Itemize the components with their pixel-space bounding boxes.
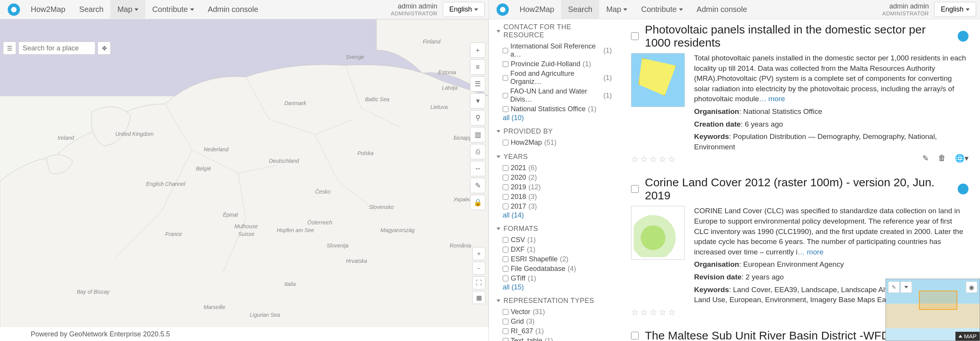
lock-icon[interactable]: 🔒 (470, 195, 485, 210)
facet-item[interactable]: Grid (3) (497, 317, 612, 326)
facet-item[interactable]: RI_637 (1) (497, 326, 612, 336)
facet-item[interactable]: International Soil Reference a… (1) (497, 42, 612, 59)
facet-item[interactable]: 2021 (6) (497, 163, 612, 173)
result-title[interactable]: Photovoltaic panels installed in the dom… (645, 23, 952, 49)
basemap-icon[interactable]: ▥ (470, 127, 485, 142)
nav-map[interactable]: Map (599, 0, 634, 19)
brand-logo-icon[interactable] (8, 3, 20, 16)
facet-checkbox[interactable] (503, 319, 508, 324)
facet-item[interactable]: Food and Agriculture Organiz… (1) (497, 69, 612, 87)
minimap-expand-button[interactable]: MAP (955, 332, 980, 341)
facet-checkbox[interactable] (503, 256, 508, 262)
facet-checkbox[interactable] (503, 309, 508, 315)
zoom-out-icon[interactable]: － (472, 262, 485, 275)
facet-checkbox[interactable] (503, 165, 508, 171)
nav-contribute[interactable]: Contribute (634, 0, 689, 19)
map-canvas[interactable]: ☰ ✥ ＋ ≡ ☰ ▾ ⚲ ▥ ⎙ ↔ ✎ 🔒 ＋ － ⛶ ▦ (0, 19, 488, 327)
facet-checkbox[interactable] (503, 247, 508, 252)
facet-checkbox[interactable] (503, 194, 508, 200)
nav-contribute[interactable]: Contribute (145, 0, 201, 19)
facet-checkbox[interactable] (503, 93, 508, 99)
place-search-input[interactable] (18, 42, 95, 55)
facet-all-link[interactable]: all (15) (497, 283, 612, 291)
facet-checkbox[interactable] (503, 328, 508, 334)
nav-brand[interactable]: How2Map (513, 0, 561, 19)
facet-header[interactable]: YEARS (497, 153, 612, 161)
facet-item[interactable]: FAO-UN Land and Water Divis… (1) (497, 87, 612, 104)
legend-icon[interactable]: ☰ (470, 76, 485, 92)
minimap-caret-icon[interactable] (900, 281, 912, 293)
facet-checkbox[interactable] (503, 237, 508, 243)
facet-header[interactable]: CONTACT FOR THE RESOURCE (497, 23, 612, 39)
facet-item[interactable]: 2019 (12) (497, 182, 612, 192)
result-checkbox[interactable] (631, 332, 639, 339)
nav-admin[interactable]: Admin console (690, 0, 754, 19)
facet-checkbox[interactable] (503, 106, 508, 112)
facet-checkbox[interactable] (503, 175, 508, 181)
nav-map[interactable]: Map (110, 0, 145, 19)
brand-logo-icon[interactable] (497, 3, 509, 16)
user-block[interactable]: admin admin ADMINISTRATOR (882, 2, 929, 17)
globe-icon[interactable]: 🌐▾ (955, 154, 968, 163)
result-title[interactable]: Corine Land Cover 2012 (raster 100m) - v… (645, 176, 952, 202)
facet-header[interactable]: FORMATS (497, 225, 612, 233)
facet-header[interactable]: PROVIDED BY (497, 127, 612, 135)
filter-icon[interactable]: ▾ (470, 93, 485, 109)
layer-list-icon[interactable]: ≡ (470, 59, 485, 75)
layers-icon[interactable]: ☰ (3, 42, 16, 55)
minimap-draw-icon[interactable]: ✎ (888, 281, 900, 293)
facet-item[interactable]: ESRI Shapefile (2) (497, 254, 612, 264)
language-button[interactable]: English (934, 2, 976, 17)
rating-stars[interactable]: ☆☆☆☆☆ (631, 154, 677, 164)
measure-icon[interactable]: ↔ (470, 161, 485, 176)
result-checkbox[interactable] (631, 185, 639, 193)
facet-item[interactable]: Vector (31) (497, 307, 612, 317)
facet-item[interactable]: 2020 (2) (497, 173, 612, 182)
facet-checkbox[interactable] (503, 184, 508, 190)
delete-icon[interactable]: 🗑 (938, 154, 946, 163)
facet-item[interactable]: National Statistics Office (1) (497, 104, 612, 114)
language-button[interactable]: English (443, 2, 485, 17)
fullscreen-icon[interactable]: ⛶ (472, 276, 485, 289)
facet-item[interactable]: 2018 (3) (497, 192, 612, 202)
rating-stars[interactable]: ☆☆☆☆☆ (631, 308, 677, 318)
facet-item[interactable]: How2Map (51) (497, 138, 612, 147)
nav-brand[interactable]: How2Map (24, 0, 72, 19)
facet-header[interactable]: REPRESENTATION TYPES (497, 297, 612, 305)
result-checkbox[interactable] (631, 32, 639, 40)
edit-icon[interactable]: ✎ (922, 154, 929, 163)
more-link[interactable]: … more (759, 95, 785, 103)
facet-checkbox[interactable] (503, 48, 508, 53)
facet-item[interactable]: 2017 (3) (497, 202, 612, 211)
user-block[interactable]: admin admin ADMINISTRATOR (391, 2, 437, 17)
facet-item[interactable]: GTiff (1) (497, 274, 612, 283)
zoom-in-icon[interactable]: ＋ (472, 247, 485, 260)
share-icon[interactable]: ⚲ (470, 110, 485, 125)
locate-icon[interactable]: ✥ (98, 42, 111, 55)
nav-search[interactable]: Search (561, 0, 599, 19)
facet-checkbox[interactable] (503, 61, 508, 67)
grid-icon[interactable]: ▦ (472, 291, 485, 304)
facet-all-link[interactable]: all (14) (497, 211, 612, 219)
facet-item[interactable]: Text, table (1) (497, 336, 612, 341)
minimap[interactable]: ✎ ◉ MAP (885, 279, 980, 341)
minimap-extent-rect[interactable] (919, 291, 957, 310)
facet-checkbox[interactable] (503, 266, 508, 272)
facet-all-link[interactable]: all (10) (497, 114, 612, 122)
nav-search[interactable]: Search (72, 0, 110, 19)
more-link[interactable]: … more (797, 248, 824, 256)
facet-checkbox[interactable] (503, 204, 508, 209)
draw-icon[interactable]: ✎ (470, 178, 485, 193)
facet-item[interactable]: DXF (1) (497, 245, 612, 254)
minimap-globe-icon[interactable]: ◉ (966, 281, 977, 293)
facet-checkbox[interactable] (503, 140, 508, 145)
nav-admin[interactable]: Admin console (201, 0, 265, 19)
facet-checkbox[interactable] (503, 338, 508, 341)
facet-item[interactable]: File Geodatabase (4) (497, 264, 612, 274)
facet-item[interactable]: Provincie Zuid-Holland (1) (497, 59, 612, 69)
add-layer-icon[interactable]: ＋ (470, 42, 485, 58)
facet-checkbox[interactable] (503, 75, 508, 81)
print-icon[interactable]: ⎙ (470, 144, 485, 159)
facet-item[interactable]: CSV (1) (497, 235, 612, 245)
facet-checkbox[interactable] (503, 276, 508, 281)
